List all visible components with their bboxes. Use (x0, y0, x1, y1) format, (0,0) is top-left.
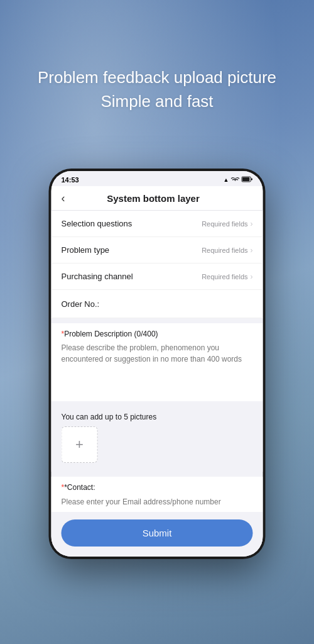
problem-type-right: Required fields › (202, 246, 252, 255)
problem-desc-textarea[interactable] (62, 342, 253, 392)
chevron-right-icon-3: › (251, 272, 253, 281)
contact-section: **Contact: (51, 477, 263, 512)
contact-label: **Contact: (62, 483, 253, 492)
nav-bar: ‹ System bottom layer (51, 186, 263, 211)
hero-line1: Problem feedback upload picture (13, 66, 301, 90)
purchasing-channel-label: Purchasing channel (62, 272, 133, 281)
plus-icon: + (75, 438, 84, 452)
pictures-label: You can add up to 5 pictures (62, 413, 253, 421)
status-time: 14:53 (62, 176, 79, 184)
phone-frame: 14:53 ▲ (49, 169, 266, 559)
selection-required: Required fields (202, 220, 247, 228)
form-container: Selection questions Required fields › Pr… (51, 211, 263, 557)
add-picture-button[interactable]: + (62, 426, 98, 463)
chevron-right-icon: › (251, 219, 253, 228)
selection-questions-row[interactable]: Selection questions Required fields › (51, 211, 263, 237)
hero-line2: Simple and fast (13, 90, 301, 114)
status-icons: ▲ (224, 176, 253, 184)
wifi-icon (231, 176, 240, 184)
purchasing-channel-row[interactable]: Purchasing channel Required fields › (51, 264, 263, 290)
section-divider-2 (51, 401, 263, 406)
selection-questions-label: Selection questions (62, 219, 133, 228)
submit-section: Submit (51, 512, 263, 557)
problem-desc-label: *Problem Description (0/400) (62, 330, 253, 338)
section-divider-3 (51, 467, 263, 472)
status-bar: 14:53 ▲ (51, 171, 263, 186)
hero-text: Problem feedback upload picture Simple a… (0, 66, 314, 113)
contact-input[interactable] (62, 497, 253, 506)
selection-questions-right: Required fields › (202, 219, 252, 228)
order-no-label: Order No.: (62, 299, 100, 309)
problem-desc-section: *Problem Description (0/400) (51, 323, 263, 401)
phone-screen: 14:53 ▲ (51, 171, 263, 557)
order-no-row: Order No.: (51, 290, 263, 318)
section-divider-1 (51, 318, 263, 323)
submit-button[interactable]: Submit (62, 519, 253, 547)
purchasing-required: Required fields (202, 273, 247, 280)
nav-title: System bottom layer (65, 193, 242, 204)
signal-icon: ▲ (224, 177, 229, 183)
chevron-right-icon-2: › (251, 246, 253, 255)
svg-rect-2 (251, 179, 252, 180)
battery-icon (242, 176, 253, 184)
purchasing-channel-right: Required fields › (202, 272, 252, 281)
pictures-section: You can add up to 5 pictures + (51, 406, 263, 467)
problem-type-row[interactable]: Problem type Required fields › (51, 237, 263, 264)
svg-rect-1 (242, 177, 250, 181)
problem-type-label: Problem type (62, 245, 110, 255)
problem-type-required: Required fields (202, 247, 247, 254)
